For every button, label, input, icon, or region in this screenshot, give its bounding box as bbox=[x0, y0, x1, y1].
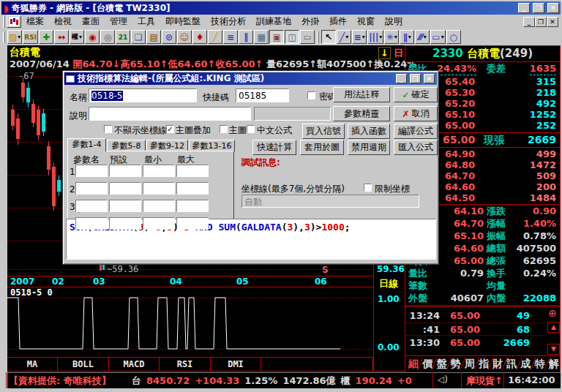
open-chart-icon-dropdown[interactable]: ▾ bbox=[18, 34, 20, 40]
search-chart-icon[interactable]: ⊙ bbox=[162, 30, 176, 44]
quick-calc-button[interactable]: 快速計算 bbox=[252, 140, 296, 155]
disable-period-button[interactable]: 禁用週期 bbox=[348, 140, 390, 155]
usage-notes-button[interactable]: 用法註釋 bbox=[333, 87, 390, 102]
hatch-tool-icon[interactable]: ⁄⁄⁄▾ bbox=[415, 30, 430, 44]
rectangle-tool-icon[interactable]: ▭▾ bbox=[430, 30, 445, 44]
circle-tool-icon[interactable]: ○ bbox=[446, 30, 461, 44]
scroll-down-button[interactable]: ▼ bbox=[547, 344, 560, 355]
param-cell[interactable] bbox=[176, 217, 209, 230]
menu-說明[interactable]: 說明 bbox=[380, 15, 408, 29]
param-tab-參數9-12[interactable]: 參數9-12 bbox=[146, 140, 188, 151]
layout-columns-icon[interactable]: ‖ bbox=[239, 30, 253, 44]
menu-檔案[interactable]: 檔案 bbox=[21, 15, 49, 29]
user-icon[interactable]: ☺ bbox=[177, 30, 192, 44]
speaker-icon[interactable]: ◁) bbox=[438, 374, 448, 385]
pointer-tool-icon[interactable]: ↖ bbox=[321, 30, 336, 44]
limit-coord-checkbox[interactable] bbox=[364, 184, 372, 192]
menu-即時監盤[interactable]: 即時監盤 bbox=[160, 15, 206, 29]
mdi-restore-button[interactable]: ❐ bbox=[535, 17, 547, 27]
cancel-button[interactable]: ✗ 取消 bbox=[394, 106, 438, 121]
window-mixed-icon[interactable]: ◫ bbox=[285, 30, 299, 44]
shortcut-input[interactable]: 05185 bbox=[236, 88, 289, 102]
vertical-lines-tool-icon-dropdown[interactable]: ▾ bbox=[379, 34, 382, 40]
compare-arrows-icon[interactable]: ↔ bbox=[54, 30, 69, 44]
gann-fan-tool-icon[interactable]: ✳▾ bbox=[384, 30, 399, 44]
menu-技術分析[interactable]: 技術分析 bbox=[206, 15, 251, 29]
close-button[interactable]: ✕ bbox=[547, 3, 559, 13]
trend-line-tool-icon[interactable]: ╱▾ bbox=[337, 30, 351, 44]
brush-icon[interactable]: ╱ bbox=[208, 30, 222, 44]
layout-rows-icon[interactable]: ≡ bbox=[223, 30, 238, 44]
param-cell[interactable] bbox=[75, 200, 108, 212]
mdi-minimize-button[interactable]: _ bbox=[523, 17, 535, 27]
name-input[interactable]: 0518-5 bbox=[89, 88, 197, 102]
encrypt-checkbox[interactable] bbox=[307, 91, 315, 99]
horizontal-lines-tool-icon-dropdown[interactable]: ▾ bbox=[362, 34, 365, 40]
indicator-tab-MA[interactable]: MA bbox=[7, 358, 58, 371]
window-chart-icon[interactable]: ▣ bbox=[269, 30, 284, 44]
book-icon[interactable]: ▤ bbox=[146, 30, 161, 44]
trend-line-tool-icon-dropdown[interactable]: ▾ bbox=[345, 34, 348, 40]
apply-to-chart-button[interactable]: 套用於圖 bbox=[300, 140, 344, 155]
indicator-tab-DMI[interactable]: DMI bbox=[211, 358, 261, 371]
dialog-close-button[interactable]: ✕ bbox=[424, 74, 435, 83]
coordinate-input[interactable]: 自動 bbox=[241, 195, 419, 208]
import-formula-button[interactable]: 匯入公式 bbox=[394, 140, 438, 155]
checkbox-主圖疊加[interactable]: ✓ bbox=[166, 125, 174, 133]
param-tab-參數5-8[interactable]: 參數5-8 bbox=[107, 140, 146, 151]
menu-畫面[interactable]: 畫面 bbox=[77, 15, 105, 29]
param-cell[interactable] bbox=[109, 200, 141, 212]
mdi-close-button[interactable]: ✕ bbox=[547, 17, 558, 27]
window-trend-icon[interactable]: ▭ bbox=[300, 30, 315, 44]
rectangle-tool-icon-dropdown[interactable]: ▾ bbox=[441, 34, 444, 40]
open-chart-icon[interactable]: ▨▾ bbox=[7, 30, 22, 44]
quote-tab-解[interactable]: 解 bbox=[547, 358, 561, 371]
checkbox-主圖[interactable] bbox=[220, 125, 228, 133]
param-cell[interactable] bbox=[75, 182, 108, 195]
channel-tool-icon[interactable]: ∥▾ bbox=[400, 30, 414, 44]
alarm-bell-icon[interactable]: ♦ bbox=[192, 30, 207, 44]
gann-fan-tool-icon-dropdown[interactable]: ▾ bbox=[394, 34, 397, 40]
indicator-tab-BOLL[interactable]: BOLL bbox=[58, 358, 109, 371]
insert-function-button[interactable]: 插入函數 bbox=[348, 124, 390, 139]
param-cell[interactable] bbox=[143, 217, 175, 230]
crosshair-target-icon[interactable]: ⊕ bbox=[548, 307, 557, 319]
param-cell[interactable] bbox=[143, 165, 175, 177]
toolbar-grip-1[interactable] bbox=[3, 31, 5, 43]
param-cell[interactable] bbox=[75, 217, 108, 230]
hatch-tool-icon-dropdown[interactable]: ▾ bbox=[424, 34, 427, 40]
dialog-maximize-button[interactable]: ❐ bbox=[410, 74, 421, 83]
scroll-down-icon[interactable]: ↓ bbox=[378, 47, 391, 59]
param-cell[interactable] bbox=[143, 182, 175, 195]
description-input[interactable] bbox=[89, 107, 251, 121]
menu-管理[interactable]: 管理 bbox=[105, 15, 132, 29]
pan-crosshair-icon[interactable]: ✚ bbox=[39, 30, 53, 44]
menubar-grip[interactable] bbox=[3, 16, 5, 28]
vertical-lines-tool-icon[interactable]: |||▾ bbox=[367, 30, 383, 44]
window-quote-icon[interactable]: ▦ bbox=[254, 30, 269, 44]
menu-訓練基地[interactable]: 訓練基地 bbox=[251, 15, 296, 29]
compile-formula-button[interactable]: 編譯公式 bbox=[394, 124, 438, 139]
param-cell[interactable] bbox=[109, 217, 141, 230]
param-cell[interactable] bbox=[109, 165, 141, 177]
checkbox-不顯示坐標線[interactable] bbox=[104, 125, 112, 133]
menu-插件[interactable]: 插件 bbox=[324, 15, 352, 29]
checkbox-中文公式[interactable] bbox=[247, 125, 255, 133]
param-cell[interactable] bbox=[176, 200, 209, 212]
menu-工具[interactable]: 工具 bbox=[132, 15, 160, 29]
param-cell[interactable] bbox=[143, 200, 175, 212]
signal-lights-off-icon[interactable]: ◎ bbox=[100, 30, 115, 44]
toolbar-grip-2[interactable] bbox=[317, 31, 319, 43]
calendar-icon[interactable]: 21 bbox=[116, 30, 130, 44]
menu-視窗[interactable]: 視窗 bbox=[352, 15, 380, 29]
restore-button[interactable]: ❐ bbox=[533, 3, 544, 13]
indicator-tab-MACD[interactable]: MACD bbox=[109, 358, 160, 371]
channel-tool-icon-dropdown[interactable]: ▾ bbox=[408, 34, 411, 40]
minimize-button[interactable]: _ bbox=[518, 3, 530, 13]
menu-外掛[interactable]: 外掛 bbox=[296, 15, 324, 29]
horizontal-lines-tool-icon[interactable]: ≡▾ bbox=[352, 30, 367, 44]
scroll-up-button[interactable]: ▲ bbox=[547, 322, 560, 333]
menu-檢視[interactable]: 檢視 bbox=[49, 15, 77, 29]
rights-restoration-button-dropdown[interactable]: ▾ bbox=[79, 34, 82, 40]
buy-signal-button[interactable]: 買入信號 bbox=[302, 124, 345, 139]
